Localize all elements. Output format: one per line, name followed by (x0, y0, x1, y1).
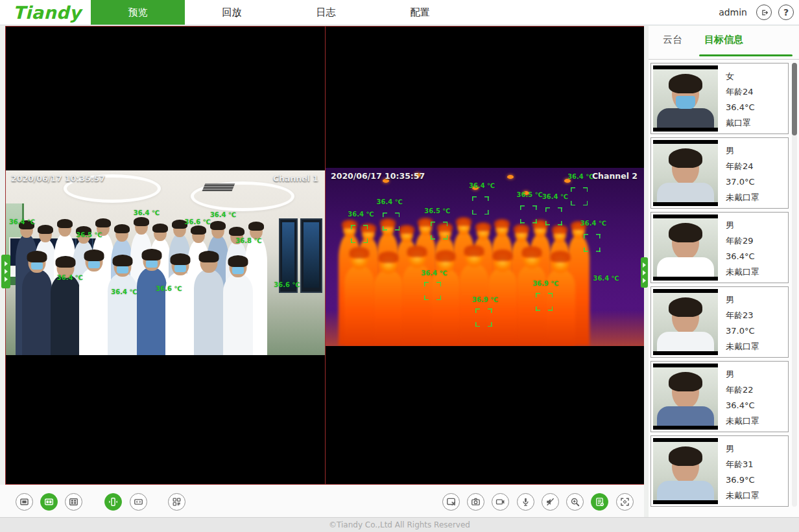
target-age: 年龄29 (726, 233, 759, 249)
target-temperature: 37.0°C (726, 174, 759, 190)
temp-label: 36.6 ℃ (185, 218, 211, 226)
left-panel-expand-handle[interactable] (1, 255, 10, 288)
scale-stretch-button[interactable] (130, 493, 147, 511)
target-temperature: 36.9°C (726, 472, 759, 488)
talk-button[interactable] (517, 493, 534, 511)
record-button[interactable] (492, 493, 509, 511)
video-cell-channel-2[interactable]: 2020/06/17 10:35:57 Channel 2 36.4 ℃36.4… (326, 27, 644, 484)
target-card[interactable]: 男 年龄22 36.4°C 未戴口罩 (650, 361, 789, 432)
divider (649, 59, 799, 60)
header-right: admin ? (719, 0, 794, 25)
thermal-person-figure (344, 249, 374, 346)
tab-preview[interactable]: 预览 (91, 0, 185, 25)
tiandy-logo: Tiandy (13, 3, 81, 23)
person-figure (108, 257, 137, 355)
target-gender: 男 (726, 218, 759, 233)
tab-log[interactable]: 日志 (279, 0, 373, 25)
temp-label: 36.8 ℃ (235, 237, 261, 244)
person-figure (22, 253, 52, 355)
temp-label: 36.4 ℃ (9, 218, 35, 226)
logout-icon[interactable] (756, 5, 772, 20)
target-mask-status: 未戴口罩 (726, 413, 759, 429)
temp-label: 36.5 ℃ (517, 191, 543, 198)
temp-label: 36.4 ℃ (111, 288, 137, 295)
right-panel-collapse-handle[interactable] (641, 257, 648, 288)
temp-label: 36.4 ℃ (377, 198, 403, 205)
decor (300, 218, 322, 293)
footer-copyright: ©Tiandy Co.,Ltd All Rights Reserved (0, 517, 799, 532)
target-age: 年龄22 (726, 382, 759, 398)
target-age: 年龄31 (726, 457, 759, 472)
tab-playback[interactable]: 回放 (185, 0, 279, 25)
scrollbar-thumb[interactable] (792, 63, 797, 135)
face-detection-box (383, 213, 400, 231)
video-grid: 2020/06/17 10:35:57 Channel 1 36.4 ℃36.5… (5, 26, 644, 485)
temp-label: 36.9 ℃ (472, 296, 498, 303)
right-panel: 云台 目标信息 女 年龄24 36.4°C 戴口罩 男 年龄24 37.0°C … (649, 26, 799, 517)
view-single-button[interactable] (16, 493, 33, 511)
face-detection-box (431, 222, 447, 240)
header: Tiandy 预览 回放 日志 配置 admin ? (0, 0, 799, 25)
target-photo (653, 438, 718, 504)
target-card[interactable]: 男 年龄31 36.9°C 未戴口罩 (650, 435, 789, 507)
view-two-split-button[interactable] (40, 493, 58, 511)
main-nav: 预览 回放 日志 配置 (91, 0, 467, 25)
person-figure (137, 251, 167, 355)
target-gender: 男 (726, 441, 759, 457)
help-icon[interactable]: ? (778, 5, 794, 20)
target-gender: 男 (726, 143, 759, 159)
target-age: 年龄23 (726, 308, 759, 323)
target-card[interactable]: 男 年龄29 36.4°C 未戴口罩 (650, 212, 789, 283)
digital-zoom-button[interactable] (566, 493, 584, 511)
decor (202, 183, 235, 191)
channel-2-label: Channel 2 (592, 171, 638, 181)
target-photo (653, 140, 718, 206)
fullscreen-button[interactable] (616, 493, 634, 511)
tab-ptz[interactable]: 云台 (663, 34, 682, 46)
person-figure (223, 257, 253, 355)
active-tab-underline (699, 54, 793, 56)
temp-label: 36.5 ℃ (76, 231, 102, 238)
target-card[interactable]: 女 年龄24 36.4°C 戴口罩 (650, 63, 789, 134)
audio-mute-button[interactable] (542, 493, 559, 511)
target-photo (653, 214, 718, 281)
target-gender: 男 (726, 367, 759, 382)
temp-label: 36.4 ℃ (210, 211, 236, 218)
face-detection-box (472, 196, 489, 214)
channel-1-timestamp: 2020/06/17 10:35:57 (11, 174, 105, 183)
face-detection-box (545, 207, 562, 226)
preview-toolbar (0, 485, 644, 517)
temp-label: 36.4 ℃ (421, 270, 447, 277)
target-mask-status: 未戴口罩 (726, 264, 759, 280)
temp-label: 36.4 ℃ (593, 275, 619, 282)
target-mask-status: 戴口罩 (726, 115, 755, 131)
tab-target-info[interactable]: 目标信息 (704, 34, 743, 46)
target-card[interactable]: 男 年龄24 37.0°C 未戴口罩 (650, 137, 789, 209)
target-temperature: 36.4°C (726, 249, 759, 264)
app-window: Tiandy 预览 回放 日志 配置 admin ? (0, 0, 799, 532)
temp-label: 36.4 ℃ (542, 193, 568, 200)
channel-2-video: 2020/06/17 10:35:57 Channel 2 36.4 ℃36.4… (326, 168, 644, 346)
target-info-toggle-button[interactable] (591, 493, 608, 511)
temp-label: 36.4 ℃ (348, 211, 374, 218)
target-photo (653, 364, 718, 430)
temp-label: 36.5 ℃ (424, 207, 450, 214)
channel-1-video: 2020/06/17 10:35:57 Channel 1 36.4 ℃36.5… (6, 170, 325, 355)
view-custom-split-button[interactable] (168, 493, 185, 511)
temp-label: 36.4 ℃ (134, 209, 160, 216)
scrollbar-track[interactable] (792, 63, 797, 507)
video-cell-channel-1[interactable]: 2020/06/17 10:35:57 Channel 1 36.4 ℃36.5… (6, 27, 326, 484)
temp-label: 36.4 ℃ (567, 173, 593, 180)
temp-label: 36.4 ℃ (469, 182, 495, 189)
temp-label: 36.6 ℃ (274, 281, 300, 288)
tab-config[interactable]: 配置 (373, 0, 467, 25)
temp-label: 36.6 ℃ (156, 285, 182, 292)
username: admin (719, 7, 747, 17)
scale-portrait-button[interactable] (104, 493, 122, 511)
person-figure (51, 258, 80, 355)
snapshot-button[interactable] (467, 493, 484, 511)
stop-preview-button[interactable] (442, 493, 460, 511)
view-four-split-button[interactable] (65, 493, 82, 511)
temp-label: 36.4 ℃ (580, 220, 606, 227)
target-card[interactable]: 男 年龄23 37.0°C 未戴口罩 (650, 286, 789, 358)
